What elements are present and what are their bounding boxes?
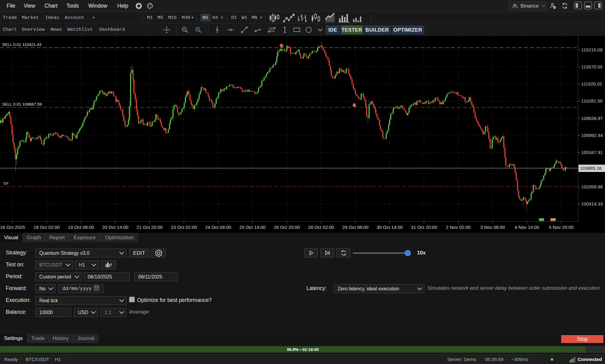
svg-text:20 Oct 14:00: 20 Oct 14:00 (102, 225, 128, 230)
svg-text:108636.97: 108636.97 (581, 116, 603, 121)
svg-text:TP: TP (3, 181, 8, 186)
svg-text:3 Nov 08:00: 3 Nov 08:00 (480, 225, 505, 230)
svg-text:SELL 0.01 115421.43: SELL 0.01 115421.43 (2, 42, 41, 47)
svg-text:2 Nov 02:00: 2 Nov 02:00 (446, 225, 471, 230)
svg-text:102058.86: 102058.86 (581, 184, 603, 189)
svg-text:21 Oct 20:00: 21 Oct 20:00 (136, 225, 163, 230)
svg-text:113570.55: 113570.55 (581, 64, 603, 69)
svg-text:103885.16: 103885.16 (580, 166, 602, 171)
svg-text:24 Oct 08:00: 24 Oct 08:00 (205, 225, 231, 230)
svg-text:25 Oct 14:00: 25 Oct 14:00 (239, 225, 266, 230)
svg-text:115215.08: 115215.08 (581, 47, 603, 52)
svg-text:18 Oct 02:00: 18 Oct 02:00 (34, 225, 60, 230)
svg-text:4 Nov 14:00: 4 Nov 14:00 (515, 225, 539, 230)
svg-text:29 Oct 08:00: 29 Oct 08:00 (342, 225, 369, 230)
svg-text:111926.02: 111926.02 (581, 81, 602, 86)
svg-text:100414.33: 100414.33 (581, 201, 603, 206)
svg-text:28 Oct 02:00: 28 Oct 02:00 (308, 225, 334, 230)
svg-text:26 Oct 20:00: 26 Oct 20:00 (274, 225, 300, 230)
svg-text:30 Oct 14:00: 30 Oct 14:00 (377, 225, 403, 230)
svg-text:5 Nov 20:00: 5 Nov 20:00 (549, 225, 574, 230)
svg-text:SELL 0.01 109687.59: SELL 0.01 109687.59 (2, 102, 42, 107)
svg-text:19 Oct 08:00: 19 Oct 08:00 (68, 225, 94, 230)
svg-text:23 Oct 02:00: 23 Oct 02:00 (171, 225, 197, 230)
svg-text:110281.50: 110281.50 (581, 98, 603, 103)
svg-text:16 Oct 2025: 16 Oct 2025 (0, 225, 25, 230)
svg-text:31 Oct 20:00: 31 Oct 20:00 (411, 225, 437, 230)
svg-text:105347.91: 105347.91 (581, 150, 603, 155)
svg-text:106992.44: 106992.44 (581, 133, 603, 138)
